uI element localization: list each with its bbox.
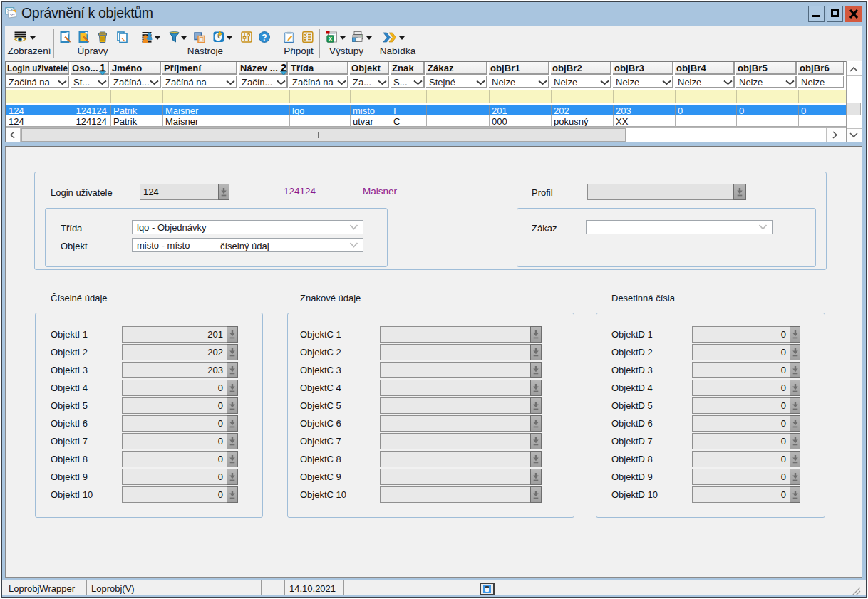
svg-text:?: ? — [262, 33, 267, 43]
svg-text:x: x — [329, 35, 332, 42]
